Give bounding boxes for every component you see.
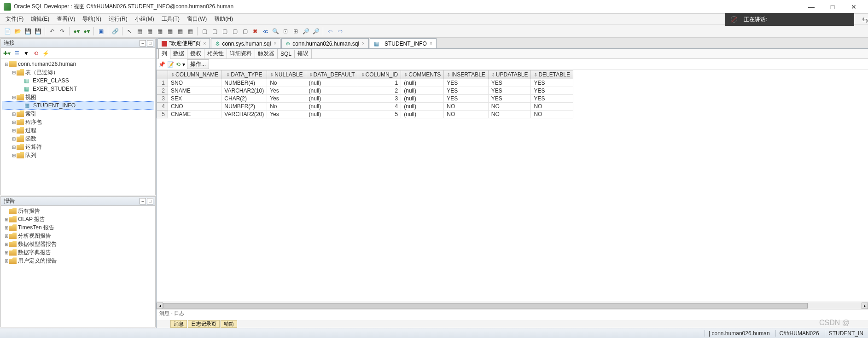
tree-item[interactable]: EXER_STUDENT [2,85,154,93]
column-header[interactable]: COMMENTS [401,70,444,79]
tree-item[interactable]: 所有报告 [2,207,154,215]
sub-tab[interactable]: 相关性 [204,49,227,58]
tree-item[interactable]: ⊟视图 [2,93,154,101]
grid-icon[interactable]: ▦ [135,27,144,36]
expand-icon[interactable]: ⊞ [4,242,9,247]
sort-icon[interactable] [171,71,175,78]
sort-icon[interactable] [270,71,274,78]
tb-icon-9[interactable]: ▢ [230,27,239,36]
actions-button[interactable]: 操作... [187,59,209,69]
sub-tab[interactable]: 触发器 [255,49,278,58]
new-icon[interactable]: 📄 [3,27,12,36]
tree-item[interactable]: EXER_CLASS [2,76,154,85]
cursor-icon[interactable]: ↖ [125,27,134,36]
column-header[interactable]: NULLABLE [267,70,306,79]
tree-item[interactable]: ⊞过程 [2,126,154,134]
tb-icon-8[interactable]: ▢ [220,27,229,36]
expand-icon[interactable]: ⊞ [4,250,9,255]
open-icon[interactable]: 📂 [13,27,22,36]
sub-tab[interactable]: 详细资料 [227,49,255,58]
log-tab[interactable]: 精简 [221,320,237,328]
refresh-icon[interactable]: ≪ [261,27,270,36]
panel-max-icon[interactable]: □ [147,198,153,204]
tb-icon-1[interactable]: ▦ [145,27,154,36]
expand-icon[interactable]: ⊞ [11,111,17,117]
column-header[interactable]: DATA_TYPE [221,70,267,79]
scroll-thumb[interactable] [163,303,808,309]
conn-tb-2[interactable]: ☰ [12,49,21,58]
expand-icon[interactable]: ⊟ [11,95,17,100]
delete-icon[interactable]: ✖ [250,27,260,36]
tree-item[interactable]: ⊞用户定义的报告 [2,256,154,265]
sub-tab[interactable]: 数据 [170,49,187,58]
tree-item[interactable]: ⊞运算符 [2,143,154,151]
sub-tab[interactable]: 列 [158,48,170,59]
conn-tb-4[interactable]: ⟲ [32,49,40,58]
forward-icon[interactable]: ⇨ [336,27,345,36]
editor-tab[interactable]: "欢迎使用"页× [157,38,210,48]
tree-item[interactable]: ⊞队列 [2,151,154,159]
tb-icon-3[interactable]: ▦ [165,27,175,36]
editor-tab[interactable]: STUDENT_INFO× [370,38,437,48]
column-header[interactable] [157,70,168,79]
sql-icon[interactable]: ▣ [96,27,105,36]
expand-icon[interactable]: ⊟ [11,70,17,75]
connections-tree[interactable]: ⊟conn.human026.human⊟表（已过滤）EXER_CLASSEXE… [1,59,155,195]
table-row[interactable]: 3SEXCHAR(2)Yes(null)3(null)YESYESYES [157,95,573,103]
column-header[interactable]: COLUMN_ID [358,70,401,79]
save-icon[interactable]: 💾 [23,27,32,36]
menu-window[interactable]: 窗口(W) [183,14,210,24]
tree-item[interactable]: ⊟conn.human026.human [2,60,154,68]
undo-icon[interactable]: ↶ [47,27,57,36]
tb-icon-6[interactable]: ▢ [200,27,209,36]
panel-max-icon[interactable]: □ [147,40,153,47]
conn-tb-3[interactable]: ▼ [22,49,30,58]
expand-icon[interactable]: ⊞ [11,145,17,150]
tree-item[interactable]: ⊞程序包 [2,118,154,126]
tree-item[interactable]: ⊞函数 [2,134,154,143]
edit-icon[interactable]: 📝 [167,61,174,68]
menu-file[interactable]: 文件(F) [2,14,27,24]
columns-grid[interactable]: COLUMN_NAMEDATA_TYPENULLABLEDATA_DEFAULT… [157,70,573,118]
horizontal-scrollbar[interactable]: ◂ ▸ [157,302,868,309]
tb-icon-10[interactable]: ▢ [240,27,250,36]
redo-icon[interactable]: ↷ [58,27,67,36]
column-header[interactable]: COLUMN_NAME [168,70,221,79]
tb-icon-7[interactable]: ▢ [210,27,219,36]
tb-icon-5[interactable]: ▦ [186,27,195,36]
sub-tab[interactable]: 错误 [295,49,312,58]
add-conn-icon[interactable]: ✚▾ [3,49,11,58]
menu-help[interactable]: 帮助(H) [210,14,237,24]
expand-icon[interactable]: ⊞ [11,128,17,133]
maximize-button[interactable]: □ [822,2,843,12]
tab-close-icon[interactable]: × [204,41,206,46]
tree-item[interactable]: ⊟表（已过滤） [2,68,154,76]
tree-item[interactable]: ⊞TimesTen 报告 [2,223,154,232]
tree-item[interactable]: ⊞分析视图报告 [2,232,154,240]
menu-view[interactable]: 查看(V) [53,14,79,24]
zoom-fit-icon[interactable]: ⊡ [281,27,290,36]
table-row[interactable]: 1SNONUMBER(4)No(null)1(null)YESYESYES [157,79,573,87]
menu-edit[interactable]: 编辑(E) [27,14,53,24]
expand-icon[interactable]: ⊞ [4,225,9,230]
sort-icon[interactable] [534,71,538,78]
menu-tools[interactable]: 工具(T) [158,14,183,24]
zoom-in-icon[interactable]: ⊞ [291,27,300,36]
menu-run[interactable]: 运行(R) [105,14,131,24]
find2-icon[interactable]: 🔎 [311,27,320,36]
tree-item[interactable]: STUDENT_INFO [2,101,154,110]
panel-min-icon[interactable]: – [140,40,146,47]
expand-icon[interactable]: ⊞ [11,136,17,141]
column-header[interactable]: DATA_DEFAULT [306,70,358,79]
table-row[interactable]: 2SNAMEVARCHAR2(10)Yes(null)2(null)YESYES… [157,87,573,95]
tb-icon-4[interactable]: ▦ [175,27,185,36]
sort-icon[interactable] [226,71,231,78]
find-icon[interactable]: 🔎 [301,27,310,36]
scroll-right-icon[interactable]: ▸ [862,303,868,309]
sub-tab[interactable]: 授权 [187,49,204,58]
log-tab[interactable]: 消息 [170,320,187,328]
sort-icon[interactable] [404,71,408,78]
expand-icon[interactable]: ⊞ [11,120,17,125]
expand-icon[interactable]: ⊞ [11,153,17,158]
sub-tab[interactable]: SQL [278,50,295,58]
